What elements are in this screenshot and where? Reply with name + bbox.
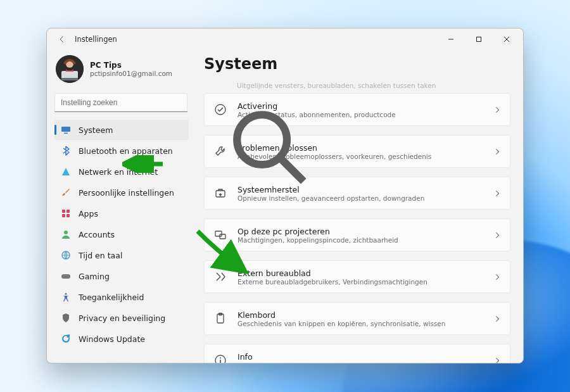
- chevron-right-icon: [494, 229, 501, 241]
- sidebar-item-bluetooth[interactable]: Bluetooth en apparaten: [54, 141, 189, 161]
- sidebar-item-label: Tijd en taal: [79, 251, 122, 260]
- clipboard-icon: [213, 312, 227, 326]
- chevron-right-icon: [494, 355, 501, 364]
- titlebar: Instellingen: [47, 28, 523, 50]
- sidebar-item-personal[interactable]: Persoonlijke instellingen: [54, 182, 189, 203]
- chevron-right-icon: [494, 313, 501, 325]
- sidebar-item-label: Netwerk en internet: [79, 167, 158, 177]
- page-title: Systeem: [204, 55, 510, 73]
- access-icon: [61, 292, 71, 302]
- recovery-icon: [213, 186, 227, 200]
- maximize-button[interactable]: [465, 30, 493, 49]
- sidebar-item-system[interactable]: Systeem: [54, 120, 189, 140]
- setting-row-klembord[interactable]: KlembordGeschiedenis van knippen en kopi…: [204, 302, 510, 335]
- project-icon: [213, 228, 227, 242]
- sidebar-item-gaming[interactable]: Gaming: [54, 266, 189, 286]
- update-icon: [61, 334, 71, 344]
- svg-rect-23: [61, 78, 78, 80]
- sidebar-item-label: Apps: [79, 209, 98, 218]
- setting-subtitle: Opnieuw instellen, geavanceerd opstarten…: [238, 194, 484, 202]
- setting-subtitle: Apparaatspecificaties, naam van pc wijzi…: [238, 362, 484, 364]
- sidebar-item-label: Persoonlijke instellingen: [79, 188, 174, 198]
- sidebar-item-label: Gaming: [79, 272, 110, 281]
- chevron-right-icon: [494, 146, 501, 158]
- sidebar-item-label: Systeem: [79, 125, 113, 135]
- main-content: Systeem Uitgelijnde vensters, bureaublad…: [194, 50, 523, 363]
- close-button[interactable]: [493, 30, 521, 49]
- sidebar-item-accounts[interactable]: Accounts: [54, 224, 189, 244]
- gamepad-icon: [61, 271, 71, 281]
- settings-window: Instellingen PC Tips: [46, 28, 524, 364]
- monitor-icon: [61, 125, 71, 135]
- setting-subtitle: Externe bureaubladgebruikers, Verbinding…: [238, 278, 484, 286]
- sidebar-item-label: Bluetooth en apparaten: [79, 146, 173, 156]
- setting-title: Systeemherstel: [238, 185, 484, 194]
- check-icon: [213, 103, 227, 117]
- sidebar: PC Tips pctipsinfo01@gmail.com SysteemBl…: [47, 50, 194, 363]
- wifi-icon: [61, 167, 71, 177]
- sidebar-item-label: Toegankelijkheid: [79, 293, 144, 302]
- sidebar-item-network[interactable]: Netwerk en internet: [54, 161, 189, 182]
- setting-row-problemen[interactable]: Problemen oplossenAanbevolen probleemopl…: [204, 135, 510, 168]
- setting-title: Extern bureaublad: [238, 269, 484, 278]
- sidebar-item-apps[interactable]: Apps: [54, 203, 189, 224]
- bluetooth-icon: [61, 146, 71, 156]
- sidebar-item-time[interactable]: Tijd en taal: [54, 245, 189, 265]
- sidebar-nav: SysteemBluetooth en apparatenNetwerk en …: [54, 120, 189, 349]
- globe-icon: [61, 250, 71, 260]
- sidebar-item-privacy[interactable]: Privacy en beveiliging: [54, 308, 189, 328]
- window-title: Instellingen: [75, 35, 117, 44]
- sidebar-item-update[interactable]: Windows Update: [54, 329, 189, 349]
- apps-icon: [61, 208, 71, 218]
- sidebar-item-label: Accounts: [79, 230, 115, 239]
- sidebar-item-label: Privacy en beveiliging: [79, 313, 165, 323]
- setting-row-activering[interactable]: ActiveringActiveringsstatus, abonnemente…: [204, 93, 510, 126]
- person-icon: [61, 229, 71, 239]
- setting-row-herstel[interactable]: SysteemherstelOpnieuw instellen, geavanc…: [204, 177, 510, 210]
- setting-title: Activering: [238, 101, 484, 111]
- minimize-button[interactable]: [437, 30, 465, 49]
- setting-row-info[interactable]: InfoApparaatspecificaties, naam van pc w…: [204, 344, 510, 363]
- setting-title: Op deze pc projecteren: [238, 227, 484, 236]
- setting-row-extern[interactable]: Extern bureaubladExterne bureaubladgebru…: [204, 260, 510, 293]
- shield-icon: [61, 313, 71, 323]
- sidebar-item-accessibility[interactable]: Toegankelijkheid: [54, 287, 189, 307]
- setting-subtitle: Geschiedenis van knippen en kopiëren, sy…: [238, 320, 484, 327]
- chevron-right-icon: [494, 187, 501, 199]
- setting-subtitle: Machtigingen, koppelingspincode, zichtba…: [238, 236, 484, 244]
- setting-subtitle: Aanbevolen probleemoplossers, voorkeuren…: [238, 153, 484, 160]
- remote-icon: [213, 270, 227, 284]
- chevron-right-icon: [494, 104, 501, 116]
- search-input[interactable]: [54, 93, 187, 112]
- settings-list: ActiveringActiveringsstatus, abonnemente…: [204, 93, 510, 363]
- setting-title: Info: [238, 352, 484, 362]
- brush-icon: [61, 187, 71, 198]
- avatar: [56, 55, 84, 83]
- setting-title: Problemen oplossen: [238, 143, 484, 153]
- back-button[interactable]: [54, 34, 70, 46]
- profile-block[interactable]: PC Tips pctipsinfo01@gmail.com: [54, 50, 189, 93]
- setting-subtitle: Activeringsstatus, abonnementen, product…: [238, 111, 484, 118]
- info-icon: [213, 353, 227, 363]
- chevron-right-icon: [494, 271, 501, 283]
- wrench-icon: [213, 144, 227, 158]
- sidebar-item-label: Windows Update: [79, 334, 145, 344]
- truncated-prev-item: Uitgelijnde vensters, bureaubladen, scha…: [204, 79, 510, 93]
- profile-name: PC Tips: [90, 61, 172, 70]
- setting-title: Klembord: [238, 310, 484, 320]
- setting-row-projecteren[interactable]: Op deze pc projecterenMachtigingen, kopp…: [204, 218, 510, 251]
- profile-email: pctipsinfo01@gmail.com: [90, 70, 172, 77]
